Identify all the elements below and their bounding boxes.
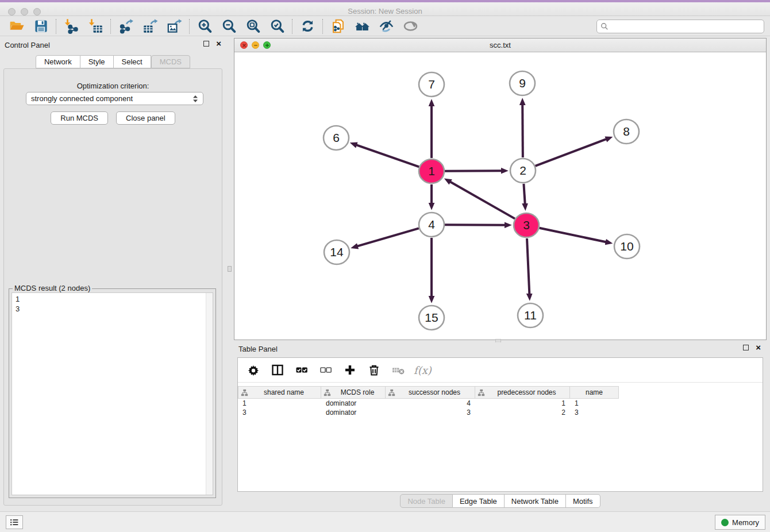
tab-network[interactable]: Network bbox=[36, 55, 80, 68]
graph-node-2[interactable]: 2 bbox=[510, 159, 536, 183]
save-icon bbox=[33, 18, 49, 34]
memory-status-icon bbox=[721, 519, 729, 526]
hide-selected-button[interactable] bbox=[374, 18, 398, 35]
select-all-button[interactable] bbox=[291, 361, 312, 379]
graph-edge-3-10[interactable] bbox=[540, 228, 607, 242]
mcds-result-area[interactable]: 1 3 bbox=[11, 292, 213, 495]
column-header-predecessor-nodes[interactable]: predecessor nodes bbox=[475, 386, 570, 399]
apply-layout-button[interactable] bbox=[295, 18, 319, 35]
graph-node-1[interactable]: 1 bbox=[419, 159, 444, 183]
open-session-button[interactable] bbox=[5, 18, 29, 35]
table-cell[interactable]: dominator bbox=[321, 399, 386, 408]
show-all-button[interactable] bbox=[398, 18, 422, 35]
table-cell[interactable]: 2 bbox=[475, 408, 570, 417]
save-session-button[interactable] bbox=[29, 18, 53, 35]
mcds-result-text: 1 3 bbox=[16, 294, 213, 314]
graph-edge-4-14[interactable] bbox=[357, 228, 419, 246]
graph-node-4[interactable]: 4 bbox=[419, 213, 444, 237]
memory-button[interactable]: Memory bbox=[715, 515, 765, 530]
graph-node-3[interactable]: 3 bbox=[514, 213, 539, 237]
graph-edge-1-2[interactable] bbox=[445, 171, 502, 171]
export-network-button[interactable] bbox=[114, 18, 138, 35]
tab-network-table[interactable]: Network Table bbox=[505, 494, 566, 508]
float-table-panel-icon[interactable] bbox=[743, 345, 749, 350]
graph-node-14[interactable]: 14 bbox=[324, 240, 349, 264]
search-field[interactable] bbox=[596, 20, 764, 33]
first-neighbors-button[interactable] bbox=[350, 18, 374, 35]
zoom-fit-button[interactable] bbox=[241, 18, 265, 35]
delete-column-button[interactable] bbox=[363, 361, 384, 379]
column-header-shared-name[interactable]: shared name bbox=[238, 386, 321, 399]
column-header-name[interactable]: name bbox=[570, 386, 619, 399]
table-cell[interactable]: 4 bbox=[386, 399, 475, 408]
criterion-select[interactable]: strongly connected component bbox=[26, 92, 203, 105]
table-cell[interactable]: 1 bbox=[570, 399, 619, 408]
table-settings-button[interactable] bbox=[242, 361, 264, 379]
column-header-MCDS-role[interactable]: MCDS role bbox=[321, 386, 386, 399]
graph-node-10[interactable]: 10 bbox=[614, 234, 640, 259]
network-window-titlebar[interactable]: scc.txt bbox=[234, 38, 766, 52]
graph-node-7[interactable]: 7 bbox=[419, 72, 444, 97]
table-row[interactable]: 1dominator411 bbox=[238, 399, 619, 408]
graph-edge-4-3[interactable] bbox=[445, 225, 506, 225]
table-cell[interactable]: 3 bbox=[386, 408, 475, 417]
result-scrollbar[interactable] bbox=[206, 293, 213, 495]
trash-icon bbox=[367, 363, 381, 377]
function-builder-button[interactable]: f(x) bbox=[411, 364, 432, 376]
svg-text:15: 15 bbox=[425, 311, 438, 324]
zoom-out-button[interactable] bbox=[217, 18, 241, 35]
tab-motifs[interactable]: Motifs bbox=[566, 494, 600, 508]
table-cell[interactable]: 3 bbox=[238, 408, 321, 417]
zoom-selected-button[interactable] bbox=[265, 18, 289, 35]
table-row[interactable]: 3dominator323 bbox=[238, 408, 619, 417]
export-table-button[interactable] bbox=[138, 18, 162, 35]
task-history-button[interactable] bbox=[6, 515, 23, 529]
delete-table-button[interactable] bbox=[387, 361, 409, 379]
graph-node-15[interactable]: 15 bbox=[419, 306, 444, 330]
export-image-button[interactable] bbox=[162, 18, 186, 35]
import-table-button[interactable] bbox=[83, 18, 107, 35]
tab-style[interactable]: Style bbox=[80, 55, 114, 68]
graph-edge-2-9[interactable] bbox=[522, 104, 523, 157]
column-type-icon bbox=[478, 389, 485, 396]
deselect-all-button[interactable] bbox=[315, 361, 336, 379]
network-canvas-svg[interactable]: 7968124314101511 bbox=[234, 52, 766, 340]
close-panel-button[interactable]: Close panel bbox=[116, 111, 175, 125]
search-input[interactable] bbox=[609, 21, 764, 32]
column-header-successor-nodes[interactable]: successor nodes bbox=[386, 386, 475, 399]
tab-select[interactable]: Select bbox=[114, 55, 151, 68]
tab-mcds[interactable]: MCDS bbox=[151, 55, 190, 68]
graph-edge-2-3[interactable] bbox=[523, 184, 525, 205]
table-cell[interactable]: 3 bbox=[570, 408, 619, 417]
select-all-icon bbox=[295, 363, 309, 377]
column-header-label: shared name bbox=[249, 388, 318, 396]
import-network-button[interactable] bbox=[59, 18, 83, 35]
graph-node-9[interactable]: 9 bbox=[510, 71, 535, 95]
refresh-icon bbox=[300, 18, 315, 34]
duplicate-network-button[interactable] bbox=[326, 18, 350, 35]
close-table-panel-icon[interactable]: × bbox=[756, 345, 761, 350]
graph-node-11[interactable]: 11 bbox=[518, 303, 543, 327]
tab-edge-table[interactable]: Edge Table bbox=[453, 494, 505, 508]
application-window: Session: New Session bbox=[0, 0, 770, 532]
show-column-button[interactable] bbox=[267, 361, 288, 379]
close-panel-icon[interactable]: × bbox=[216, 41, 221, 47]
float-panel-icon[interactable] bbox=[203, 41, 209, 47]
split-handle-vertical[interactable] bbox=[228, 266, 232, 272]
tab-node-table[interactable]: Node Table bbox=[400, 494, 453, 508]
create-column-button[interactable] bbox=[339, 361, 360, 379]
table-cell[interactable]: 1 bbox=[238, 399, 321, 408]
graph-edge-3-1[interactable] bbox=[449, 182, 515, 219]
graph-node-6[interactable]: 6 bbox=[324, 126, 349, 150]
graph-edge-2-8[interactable] bbox=[536, 139, 607, 166]
svg-text:4: 4 bbox=[428, 218, 435, 231]
zoom-in-button[interactable] bbox=[192, 18, 217, 35]
graph-node-8[interactable]: 8 bbox=[614, 119, 639, 144]
table-cell[interactable]: 1 bbox=[475, 399, 570, 408]
run-mcds-button[interactable]: Run MCDS bbox=[51, 111, 108, 125]
graph-edge-1-6[interactable] bbox=[356, 145, 419, 167]
zoom-out-icon bbox=[221, 18, 237, 34]
graph-edge-3-11[interactable] bbox=[527, 238, 529, 295]
open-folder-icon bbox=[9, 18, 25, 34]
table-cell[interactable]: dominator bbox=[321, 408, 386, 417]
